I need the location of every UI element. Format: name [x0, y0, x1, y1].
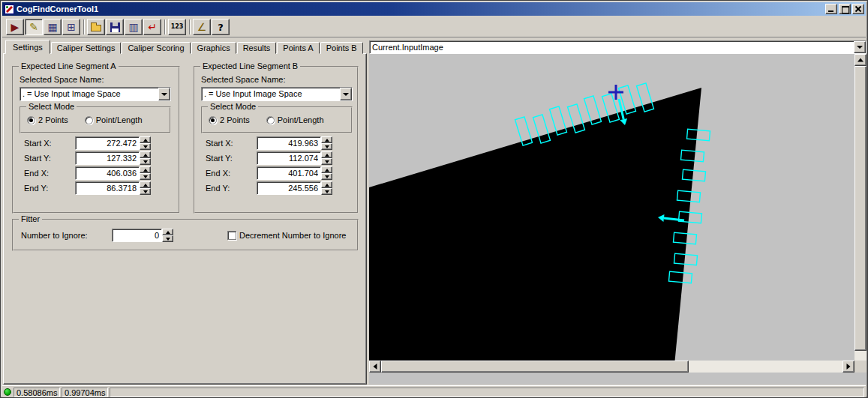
spin-down-button[interactable]	[140, 158, 151, 165]
segment-a-fields: Start X:Start Y:End X:End Y:	[14, 136, 179, 195]
import-image-button[interactable]: ↵	[143, 19, 161, 35]
spin-up-button[interactable]	[140, 151, 151, 158]
fitter-group-title: Fitter	[19, 214, 42, 223]
space-name-label-a: Selected Space Name:	[20, 75, 104, 84]
start-y-row-b: Start Y:	[195, 151, 357, 165]
field-label: End X:	[24, 169, 75, 178]
mode-2points-radio-b[interactable]: 2 Points	[209, 115, 250, 124]
spin-up-button[interactable]	[321, 166, 332, 173]
scroll-up-button[interactable]	[854, 54, 866, 66]
space-name-value-b: . = Use Input Image Space	[202, 88, 340, 100]
end-y-input-a[interactable]	[75, 181, 140, 195]
open-icon	[91, 25, 101, 31]
float-window-button[interactable]: ⊞	[62, 19, 80, 35]
field-label: End Y:	[206, 184, 257, 193]
horizontal-scroll-thumb[interactable]	[381, 361, 689, 373]
help-button[interactable]: ?	[212, 19, 230, 35]
spin-down-button[interactable]	[140, 143, 151, 150]
tab-results[interactable]: Results	[237, 42, 277, 54]
radio-indicator	[85, 116, 93, 124]
save-image-button[interactable]: ▥	[125, 19, 143, 35]
image-selector-combo[interactable]: Current.InputImage	[369, 40, 866, 54]
spin-up-button[interactable]	[321, 136, 332, 143]
spinner	[321, 136, 332, 150]
spin-up-button[interactable]	[321, 181, 332, 188]
space-name-combo-b[interactable]: . = Use Input Image Space	[201, 87, 353, 101]
decrement-checkbox[interactable]: Decrement Number to Ignore	[227, 231, 346, 240]
import-image-icon: ↵	[148, 22, 157, 32]
end-x-input-b[interactable]	[257, 166, 321, 180]
end-y-input-b[interactable]	[257, 181, 321, 195]
number-to-ignore-input[interactable]	[112, 229, 162, 242]
select-mode-group-b: Select Mode 2 Points Point/Length	[201, 106, 353, 133]
spin-down-button[interactable]	[140, 188, 151, 195]
start-x-input-a[interactable]	[75, 136, 140, 150]
dropdown-button[interactable]	[854, 41, 866, 53]
start-x-input-b[interactable]	[257, 136, 321, 150]
vertical-scroll-thumb[interactable]	[854, 66, 866, 351]
image-controls-button[interactable]: ▦	[44, 19, 62, 35]
close-button[interactable]	[852, 4, 864, 14]
dropdown-button[interactable]	[340, 88, 352, 100]
chevron-down-icon	[343, 93, 349, 96]
spin-up-button[interactable]	[140, 136, 151, 143]
scene-svg[interactable]	[369, 54, 854, 373]
end-x-row-b: End X:	[195, 166, 357, 180]
scroll-right-button[interactable]	[842, 361, 854, 373]
space-name-combo-a[interactable]: . = Use Input Image Space	[20, 87, 171, 101]
mode-point-length-radio-a[interactable]: Point/Length	[85, 115, 143, 124]
mode-2points-radio-a[interactable]: 2 Points	[27, 115, 68, 124]
maximize-button[interactable]	[839, 4, 851, 14]
spin-up-button[interactable]	[321, 151, 332, 158]
numeric-display-button[interactable]: 123	[168, 19, 186, 35]
minimize-button[interactable]	[825, 4, 837, 14]
field-label: End Y:	[24, 184, 75, 193]
tab-graphics[interactable]: Graphics	[191, 42, 236, 54]
spinner	[140, 166, 151, 180]
space-name-value-a: . = Use Input Image Space	[20, 88, 158, 100]
checkbox-indicator	[227, 231, 236, 240]
vertical-scrollbar[interactable]	[854, 54, 866, 373]
spin-down-button[interactable]	[321, 188, 332, 195]
mode-point-length-radio-b[interactable]: Point/Length	[266, 115, 324, 124]
image-display[interactable]	[369, 54, 854, 373]
window-icon	[4, 4, 14, 14]
spin-up-button[interactable]	[162, 229, 173, 235]
toolbar-separator	[164, 19, 166, 34]
radio-label: Point/Length	[96, 115, 143, 124]
spin-down-button[interactable]	[321, 158, 332, 165]
tab-settings[interactable]: Settings	[5, 40, 50, 54]
spin-down-button[interactable]	[162, 235, 173, 242]
tab-points-a[interactable]: Points A	[277, 42, 319, 54]
run-button[interactable]: ▶	[6, 19, 24, 35]
save-image-icon: ▥	[128, 22, 138, 32]
spin-down-button[interactable]	[321, 173, 332, 180]
toolbar: ▶✎▦⊞▥↵123∠?	[2, 17, 866, 37]
tab-caliper-settings[interactable]: Caliper Settings	[51, 42, 122, 54]
save-icon	[110, 22, 120, 32]
horizontal-scrollbar[interactable]	[369, 361, 854, 373]
checkbox-label: Decrement Number to Ignore	[239, 231, 346, 240]
scroll-left-button[interactable]	[369, 361, 381, 373]
scrollbar-corner	[854, 361, 866, 373]
tab-points-b[interactable]: Points B	[320, 42, 363, 54]
image-view	[369, 54, 866, 385]
end-x-row-a: End X:	[14, 166, 179, 180]
spin-up-button[interactable]	[140, 166, 151, 173]
spin-up-button[interactable]	[140, 181, 151, 188]
start-x-row-a: Start X:	[14, 136, 179, 150]
spin-down-button[interactable]	[321, 143, 332, 150]
start-y-input-b[interactable]	[257, 151, 321, 165]
start-y-input-a[interactable]	[75, 151, 140, 165]
end-y-row-b: End Y:	[195, 181, 357, 195]
angle-tool-button[interactable]: ∠	[193, 19, 211, 35]
field-label: Start Y:	[206, 154, 257, 163]
end-x-input-a[interactable]	[75, 166, 140, 180]
dropdown-button[interactable]	[158, 88, 170, 100]
open-button[interactable]	[87, 19, 105, 35]
spin-down-button[interactable]	[140, 173, 151, 180]
save-button[interactable]	[106, 19, 124, 35]
tab-caliper-scoring[interactable]: Caliper Scoring	[122, 42, 190, 54]
spinner	[321, 151, 332, 165]
electric-pencil-button[interactable]: ✎	[25, 19, 43, 35]
